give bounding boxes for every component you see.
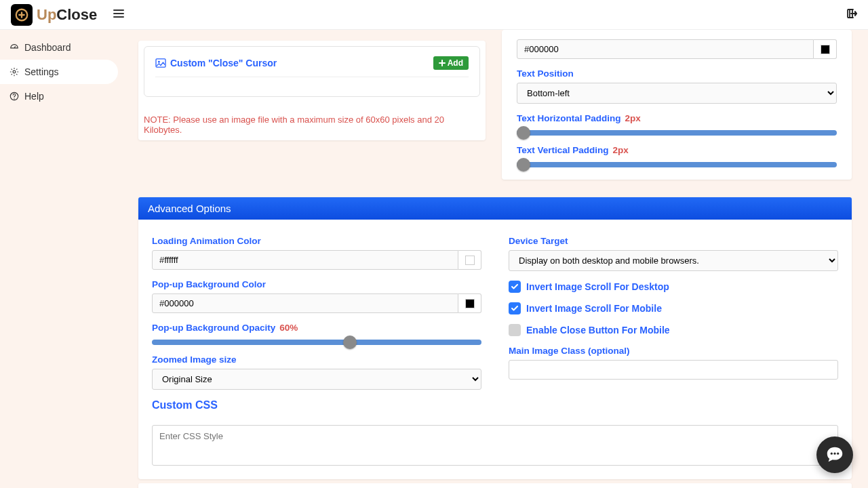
checkbox-icon — [509, 281, 521, 293]
text-position-select[interactable]: Bottom-left — [517, 83, 837, 104]
sidebar-item-dashboard[interactable]: Dashboard — [0, 35, 118, 60]
sidebar-item-help[interactable]: Help — [0, 84, 118, 108]
cursor-note: NOTE: Please use an image file with a ma… — [144, 115, 480, 135]
main-image-class-input[interactable] — [509, 360, 838, 380]
svg-point-11 — [837, 453, 839, 455]
invert-desktop-checkbox[interactable]: Invert Image Scroll For Desktop — [509, 281, 838, 293]
brand-close: Close — [56, 6, 97, 23]
main-image-class-label: Main Image Class (optional) — [509, 346, 838, 356]
add-button[interactable]: Add — [433, 56, 469, 70]
brand-logo[interactable]: UpClose — [11, 4, 97, 26]
hpad-label: Text Horizontal Padding2px — [517, 113, 837, 123]
vpad-label: Text Vertical Padding2px — [517, 145, 837, 155]
chat-widget-button[interactable] — [816, 436, 853, 473]
checkbox-icon — [509, 302, 521, 314]
zoom-label: Zoomed Image size — [152, 354, 481, 365]
custom-cursor-title: Custom "Close" Cursor — [155, 58, 277, 68]
chat-icon — [825, 445, 845, 465]
gear-icon — [9, 67, 19, 77]
help-icon — [9, 92, 19, 101]
sidebar: Dashboard Settings Help — [0, 30, 122, 108]
advanced-options-card: Advanced Options Loading Animation Color… — [138, 197, 852, 479]
sidebar-item-settings[interactable]: Settings — [0, 60, 118, 84]
device-target-select[interactable]: Display on both desktop and mobile brows… — [509, 250, 838, 271]
loading-color-input[interactable] — [152, 250, 458, 270]
nav-label: Dashboard — [24, 42, 71, 53]
text-position-label: Text Position — [517, 68, 837, 79]
logo-icon — [11, 4, 33, 26]
opacity-slider[interactable] — [152, 340, 481, 345]
popup-bg-swatch[interactable] — [458, 293, 481, 313]
menu-toggle-icon[interactable] — [113, 8, 124, 22]
svg-point-5 — [158, 61, 160, 63]
topbar: UpClose — [0, 0, 868, 30]
form-actions: Cancel Save Settings — [138, 483, 852, 488]
text-settings-card: Text Position Bottom-left Text Horizonta… — [502, 30, 852, 180]
text-color-swatch[interactable] — [814, 39, 837, 59]
invert-mobile-checkbox[interactable]: Invert Image Scroll For Mobile — [509, 302, 838, 314]
popup-bg-label: Pop-up Background Color — [152, 279, 481, 289]
nav-label: Settings — [24, 66, 59, 77]
hpad-slider[interactable] — [517, 130, 837, 136]
svg-point-2 — [13, 70, 16, 73]
image-icon — [155, 58, 166, 68]
advanced-header: Advanced Options — [138, 197, 852, 220]
opacity-label: Pop-up Background Opacity60% — [152, 323, 481, 333]
plus-icon — [439, 60, 446, 66]
checkbox-icon — [509, 324, 521, 336]
svg-point-10 — [833, 453, 835, 455]
enable-close-mobile-checkbox[interactable]: Enable Close Button For Mobile — [509, 324, 838, 336]
dashboard-icon — [9, 43, 19, 52]
main-content: Custom "Close" Cursor Add NOTE: Please u… — [122, 30, 868, 488]
svg-point-9 — [831, 453, 833, 455]
loading-color-label: Loading Animation Color — [152, 236, 481, 246]
vpad-slider[interactable] — [517, 162, 837, 167]
device-target-label: Device Target — [509, 236, 838, 246]
popup-bg-input[interactable] — [152, 293, 458, 313]
custom-css-label: Custom CSS — [152, 399, 481, 411]
custom-cursor-card: Custom "Close" Cursor Add NOTE: Please u… — [138, 41, 486, 140]
nav-label: Help — [24, 91, 44, 102]
sign-out-icon[interactable] — [846, 8, 857, 22]
text-color-input[interactable] — [517, 39, 814, 59]
brand-up: Up — [37, 6, 56, 23]
loading-color-swatch[interactable] — [458, 250, 481, 270]
zoom-select[interactable]: Original Size — [152, 369, 481, 390]
custom-css-textarea[interactable] — [152, 425, 838, 466]
